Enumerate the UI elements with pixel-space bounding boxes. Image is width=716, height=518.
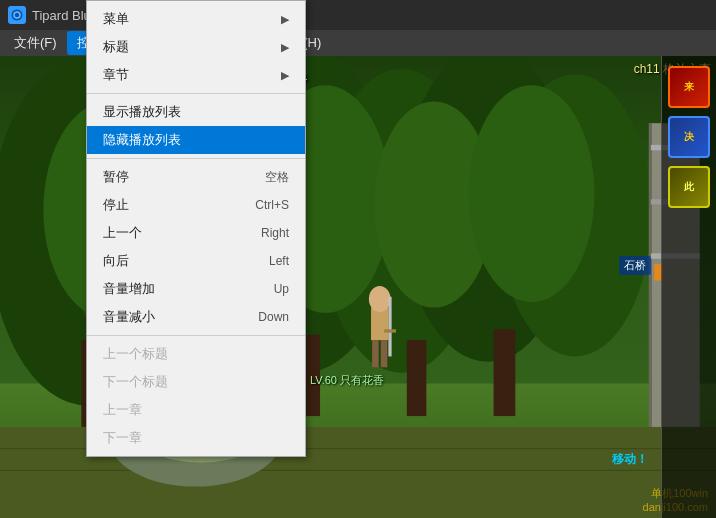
menu-item-vol-up[interactable]: 音量增加 Up	[87, 275, 305, 303]
menu-item-prev-chapter-label: 上一章	[103, 401, 142, 419]
menu-file[interactable]: 文件(F)	[4, 31, 67, 55]
menu-item-stop-label: 停止	[103, 196, 129, 214]
svg-point-15	[469, 85, 595, 302]
shortcut-stop: Ctrl+S	[255, 198, 289, 212]
level-text: LV.60 只有花香	[310, 374, 384, 386]
menu-item-hide-playlist[interactable]: 隐藏播放列表	[87, 126, 305, 154]
shortcut-pause: 空格	[265, 169, 289, 186]
hud-panel: 来 决 此	[661, 56, 716, 518]
svg-point-0	[11, 9, 23, 21]
svg-rect-20	[494, 329, 516, 416]
menu-item-next-chapter[interactable]: 下一章	[87, 424, 305, 452]
menu-item-back-label: 向后	[103, 252, 129, 270]
menu-item-pause-label: 暂停	[103, 168, 129, 186]
menu-item-pause[interactable]: 暂停 空格	[87, 163, 305, 191]
menu-item-vol-down-label: 音量减小	[103, 308, 155, 326]
menu-item-prev-chapter[interactable]: 上一章	[87, 396, 305, 424]
menu-item-next-title[interactable]: 下一个标题	[87, 368, 305, 396]
menu-item-menu-label: 菜单	[103, 10, 129, 28]
svg-rect-32	[371, 308, 388, 341]
divider-3	[87, 335, 305, 336]
menu-item-prev-title[interactable]: 上一个标题	[87, 340, 305, 368]
svg-rect-34	[372, 340, 379, 367]
menu-item-vol-up-label: 音量增加	[103, 280, 155, 298]
divider-2	[87, 158, 305, 159]
menu-item-back[interactable]: 向后 Left	[87, 247, 305, 275]
menu-item-show-playlist[interactable]: 显示播放列表	[87, 98, 305, 126]
menu-item-chapter[interactable]: 章节 ▶	[87, 61, 305, 89]
hud-btn-1[interactable]: 决	[668, 116, 710, 158]
divider-1	[87, 93, 305, 94]
menu-item-prev-title-label: 上一个标题	[103, 345, 168, 363]
mobile-label: 移动！	[612, 452, 648, 466]
arrow-icon: ▶	[281, 13, 289, 26]
svg-rect-36	[388, 297, 391, 357]
menu-item-menu[interactable]: 菜单 ▶	[87, 5, 305, 33]
svg-point-33	[369, 286, 391, 312]
shortcut-back: Left	[269, 254, 289, 268]
menu-item-next-title-label: 下一个标题	[103, 373, 168, 391]
hud-btn-0[interactable]: 来	[668, 66, 710, 108]
shortcut-vol-down: Down	[258, 310, 289, 324]
shortcut-prev: Right	[261, 226, 289, 240]
menu-item-prev-label: 上一个	[103, 224, 142, 242]
arrow-icon: ▶	[281, 69, 289, 82]
svg-rect-35	[381, 340, 388, 367]
menu-item-chapter-label: 章节	[103, 66, 129, 84]
location-text: 石桥	[624, 259, 646, 271]
menu-item-prev[interactable]: 上一个 Right	[87, 219, 305, 247]
mobile-button[interactable]: 移动！	[612, 451, 648, 468]
menu-item-vol-down[interactable]: 音量减小 Down	[87, 303, 305, 331]
menu-item-show-playlist-label: 显示播放列表	[103, 103, 181, 121]
svg-rect-37	[384, 329, 396, 332]
menu-item-hide-playlist-label: 隐藏播放列表	[103, 131, 181, 149]
shortcut-vol-up: Up	[274, 282, 289, 296]
location-display: 石桥	[619, 256, 651, 275]
arrow-icon: ▶	[281, 41, 289, 54]
svg-rect-19	[407, 340, 427, 416]
app-icon	[8, 6, 26, 24]
menu-item-next-chapter-label: 下一章	[103, 429, 142, 447]
control-dropdown: 菜单 ▶ 标题 ▶ 章节 ▶ 显示播放列表 隐藏播放列表 暂停 空格 停止 Ct…	[86, 0, 306, 457]
menu-item-title-label: 标题	[103, 38, 129, 56]
menu-item-title[interactable]: 标题 ▶	[87, 33, 305, 61]
level-display: LV.60 只有花香	[310, 373, 384, 388]
hud-btn-2[interactable]: 此	[668, 166, 710, 208]
menu-item-stop[interactable]: 停止 Ctrl+S	[87, 191, 305, 219]
